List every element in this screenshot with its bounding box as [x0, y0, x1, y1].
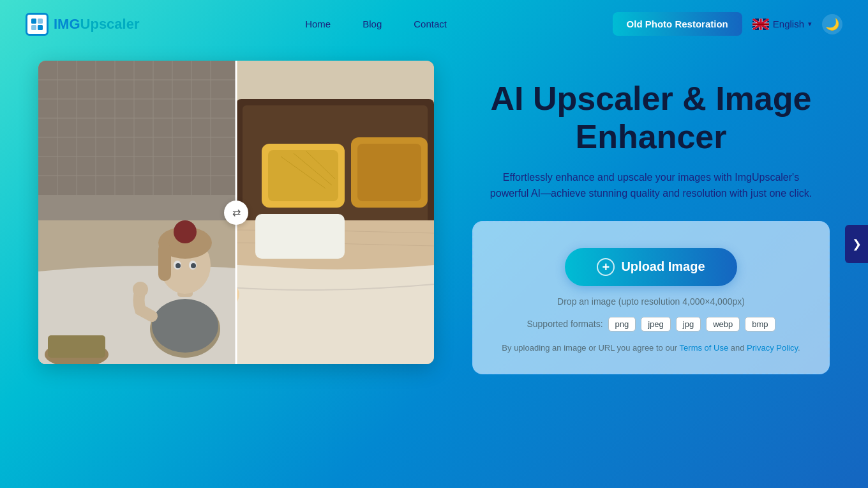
svg-rect-4: [752, 19, 769, 29]
upload-image-button[interactable]: + Upload Image: [565, 248, 737, 286]
svg-point-87: [191, 263, 196, 268]
upload-plus-icon: +: [597, 258, 615, 276]
logo-link[interactable]: IMGUpscaler: [26, 13, 140, 36]
image-comparison-widget[interactable]: ⇄: [38, 61, 434, 364]
comparison-handle-icon: ⇄: [232, 206, 241, 218]
privacy-link[interactable]: Privacy Policy: [747, 343, 798, 353]
drop-text: Drop an image (upto resolution 4,000×4,0…: [557, 296, 745, 307]
svg-rect-33: [255, 214, 345, 259]
old-photo-restoration-button[interactable]: Old Photo Restoration: [613, 12, 742, 36]
nav-home[interactable]: Home: [305, 19, 331, 29]
right-section: AI Upscaler & Image Enhancer Effortlessl…: [460, 61, 842, 374]
format-bmp: bmp: [745, 317, 775, 332]
dark-mode-toggle[interactable]: 🌙: [822, 14, 842, 34]
nav-links: Home Blog Contact: [305, 19, 447, 30]
svg-rect-83: [158, 243, 171, 281]
scene-container: ⇄: [38, 61, 434, 364]
hero-subtitle: Effortlessly enhance and upscale your im…: [485, 169, 817, 202]
language-label: English: [773, 19, 804, 29]
format-jpeg: jpeg: [641, 317, 671, 332]
formats-label: Supported formats:: [527, 319, 602, 329]
svg-rect-0: [31, 19, 36, 24]
language-selector[interactable]: English ▾: [752, 19, 812, 30]
navbar: IMGUpscaler Home Blog Contact Old Photo …: [0, 0, 868, 48]
formats-row: Supported formats: png jpeg jpg webp bmp: [527, 317, 775, 332]
format-jpg: jpg: [676, 317, 701, 332]
before-overlay: [38, 61, 236, 364]
upload-dropzone[interactable]: + Upload Image Drop an image (upto resol…: [472, 221, 830, 375]
terms-text: By uploading an image or URL you agree t…: [502, 342, 800, 355]
svg-rect-1: [38, 19, 43, 24]
flag-uk-icon: [752, 19, 769, 30]
side-collapse-arrow[interactable]: ❯: [845, 225, 868, 263]
logo-icon: [26, 13, 49, 36]
svg-rect-61: [38, 61, 236, 195]
svg-point-86: [176, 263, 181, 268]
svg-point-89: [174, 220, 197, 243]
format-webp: webp: [706, 317, 740, 332]
upload-button-label: Upload Image: [621, 259, 705, 274]
logo-text: IMGUpscaler: [54, 16, 140, 33]
svg-rect-32: [357, 144, 421, 201]
svg-point-88: [133, 282, 148, 297]
nav-right: Old Photo Restoration English ▾ 🌙: [613, 12, 842, 36]
svg-point-79: [152, 299, 218, 353]
svg-rect-91: [48, 335, 105, 358]
format-png: png: [608, 317, 636, 332]
main-content: ⇄ AI Upscaler & Image Enhancer Effortles…: [0, 48, 868, 488]
language-chevron-icon: ▾: [808, 20, 812, 28]
svg-rect-3: [38, 25, 43, 30]
nav-contact[interactable]: Contact: [414, 19, 447, 29]
comparison-handle[interactable]: ⇄: [224, 201, 248, 225]
svg-rect-2: [31, 25, 36, 30]
terms-link[interactable]: Terms of Use: [680, 343, 729, 353]
svg-rect-27: [268, 150, 338, 201]
hero-title: AI Upscaler & Image Enhancer: [472, 80, 830, 156]
nav-blog[interactable]: Blog: [363, 19, 382, 29]
